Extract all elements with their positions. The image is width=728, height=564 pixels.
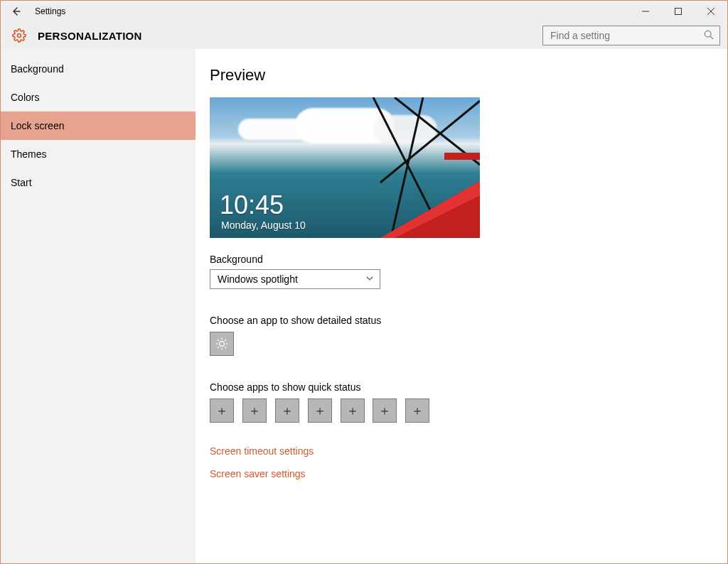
search-input[interactable]: [549, 29, 704, 42]
sidebar-item-themes[interactable]: Themes: [1, 140, 196, 168]
header: PERSONALIZATION: [1, 22, 727, 49]
detailed-status-app[interactable]: [210, 332, 234, 356]
plus-icon: ＋: [411, 402, 424, 419]
wing-decoration: [359, 153, 480, 238]
preview-date: Monday, August 10: [221, 219, 306, 231]
content: Preview 10:45 Monday, August 10: [196, 49, 727, 563]
search-icon: [704, 30, 714, 42]
quick-status-slot[interactable]: ＋: [373, 398, 397, 423]
screen-saver-link[interactable]: Screen saver settings: [210, 468, 713, 479]
quick-status-row: ＋ ＋ ＋ ＋ ＋ ＋ ＋: [210, 393, 713, 423]
maximize-icon: [675, 8, 682, 15]
page-heading: Preview: [210, 66, 713, 85]
minimize-icon: [642, 8, 649, 15]
section-title: PERSONALIZATION: [31, 30, 142, 42]
close-button[interactable]: [695, 1, 727, 22]
body: Background Colors Lock screen Themes Sta…: [1, 49, 727, 563]
svg-line-6: [710, 36, 713, 39]
back-button[interactable]: [1, 6, 31, 16]
plus-icon: ＋: [215, 402, 228, 419]
sidebar-item-label: Themes: [11, 148, 47, 160]
plus-icon: ＋: [314, 402, 326, 419]
background-dropdown[interactable]: Windows spotlight: [210, 269, 380, 289]
sidebar-item-label: Colors: [11, 92, 39, 103]
maximize-button[interactable]: [662, 1, 695, 22]
background-label: Background: [210, 254, 713, 265]
svg-line-21: [218, 347, 219, 348]
sidebar: Background Colors Lock screen Themes Sta…: [1, 49, 196, 563]
gear-icon: [8, 28, 31, 43]
svg-rect-13: [444, 153, 480, 160]
window-title: Settings: [31, 6, 65, 16]
svg-line-19: [218, 340, 219, 341]
background-dropdown-value: Windows spotlight: [218, 273, 298, 285]
titlebar: Settings: [1, 1, 727, 22]
search-box[interactable]: [542, 26, 720, 45]
plus-icon: ＋: [378, 402, 391, 419]
sidebar-item-colors[interactable]: Colors: [1, 83, 196, 112]
sidebar-item-start[interactable]: Start: [1, 168, 196, 197]
lockscreen-preview: 10:45 Monday, August 10: [210, 97, 480, 238]
arrow-left-icon: [11, 6, 21, 16]
quick-status-label: Choose apps to show quick status: [210, 381, 713, 393]
minimize-button[interactable]: [629, 1, 662, 22]
plus-icon: ＋: [281, 402, 294, 419]
chevron-down-icon: [365, 273, 374, 285]
sidebar-item-label: Background: [11, 63, 64, 75]
quick-status-slot[interactable]: ＋: [341, 398, 365, 423]
quick-status-slot[interactable]: ＋: [210, 398, 234, 423]
close-icon: [707, 8, 714, 15]
sidebar-item-label: Start: [11, 177, 32, 188]
plus-icon: ＋: [346, 402, 359, 419]
sidebar-item-label: Lock screen: [11, 120, 64, 131]
quick-status-slot[interactable]: ＋: [308, 398, 332, 423]
settings-window: Settings PERSONALIZATION: [0, 0, 728, 564]
sidebar-item-lock-screen[interactable]: Lock screen: [1, 112, 196, 140]
plus-icon: ＋: [248, 402, 261, 419]
svg-line-20: [225, 347, 226, 348]
sidebar-item-background[interactable]: Background: [1, 55, 196, 83]
quick-status-slot[interactable]: ＋: [275, 398, 299, 423]
screen-timeout-link[interactable]: Screen timeout settings: [210, 445, 713, 457]
svg-point-5: [705, 31, 711, 37]
preview-time: 10:45: [220, 192, 284, 218]
svg-rect-1: [675, 9, 682, 15]
weather-sun-icon: [215, 337, 229, 351]
quick-status-slot[interactable]: ＋: [242, 398, 267, 423]
quick-status-slot[interactable]: ＋: [405, 398, 429, 423]
svg-point-4: [18, 34, 21, 38]
detailed-status-label: Choose an app to show detailed status: [210, 315, 713, 326]
svg-line-22: [225, 340, 226, 341]
svg-point-14: [220, 342, 225, 347]
